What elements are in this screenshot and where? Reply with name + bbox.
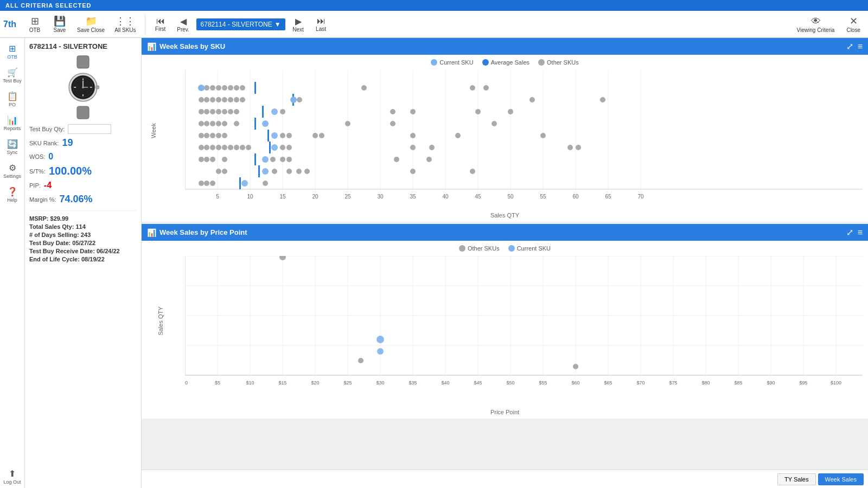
save-close-icon: 📁 xyxy=(85,15,97,27)
svg-rect-77 xyxy=(262,106,264,118)
chart2-icon: 📊 xyxy=(147,228,156,237)
prev-icon: ◀ xyxy=(180,16,187,27)
svg-point-147 xyxy=(199,181,204,186)
svg-point-69 xyxy=(600,97,605,102)
legend2-other-dot xyxy=(459,245,465,252)
ty-sales-tab[interactable]: TY Sales xyxy=(777,473,815,485)
svg-point-123 xyxy=(429,145,435,150)
svg-point-112 xyxy=(216,145,221,150)
svg-point-85 xyxy=(204,121,209,126)
svg-rect-150 xyxy=(239,177,241,189)
wos-row: WOS: 0 xyxy=(29,152,137,162)
all-skus-button[interactable]: ⋮⋮ All SKUs xyxy=(111,14,139,35)
svg-point-152 xyxy=(263,181,268,186)
svg-rect-90 xyxy=(254,118,256,130)
test-buy-qty-input[interactable] xyxy=(68,124,111,134)
sidebar-item-help[interactable]: ❓ Help xyxy=(1,183,24,206)
chart1-expand-button[interactable]: ⤢ xyxy=(846,41,853,52)
svg-point-144 xyxy=(304,169,310,174)
svg-text:$35: $35 xyxy=(409,380,417,386)
svg-text:25: 25 xyxy=(344,194,351,200)
sku-selector[interactable]: 6782114 - SILVERTONE ▼ xyxy=(196,18,285,30)
svg-text:20: 20 xyxy=(312,194,318,200)
chart2-menu-button[interactable]: ≡ xyxy=(858,228,863,237)
svg-point-124 xyxy=(567,145,573,150)
svg-rect-118 xyxy=(269,142,271,153)
viewing-criteria-button[interactable]: 👁 Viewing Criteria xyxy=(793,14,839,35)
sidebar-item-otb[interactable]: ⊞ OTB xyxy=(1,40,24,63)
svg-point-148 xyxy=(204,181,209,186)
chart2-expand-button[interactable]: ⤢ xyxy=(846,227,853,237)
chart-week-sales-price: 📊 Week Sales by Price Point ⤢ ≡ Other SK… xyxy=(142,224,868,419)
next-button[interactable]: ▶ Next xyxy=(289,15,308,34)
svg-point-44 xyxy=(204,85,209,91)
save-close-button[interactable]: 📁 Save Close xyxy=(74,14,108,35)
legend2-current-sku: Current SKU xyxy=(508,245,551,252)
svg-point-142 xyxy=(286,169,292,174)
legend-other-skus: Other SKUs xyxy=(538,59,579,66)
svg-text:$25: $25 xyxy=(343,380,352,386)
svg-point-78 xyxy=(271,108,278,115)
svg-point-101 xyxy=(271,132,278,139)
svg-point-57 xyxy=(204,97,209,102)
sidebar-item-po[interactable]: 📋 PO xyxy=(1,88,24,111)
sidebar-item-logout[interactable]: ⬆ Log Out xyxy=(1,465,24,488)
test-buy-qty-row: Test Buy Qty: xyxy=(29,124,137,134)
svg-point-59 xyxy=(216,97,221,102)
svg-text:10: 10 xyxy=(247,194,253,200)
sidebar-item-reports[interactable]: 📊 Reports xyxy=(1,112,24,134)
svg-point-76 xyxy=(234,109,239,114)
svg-text:50: 50 xyxy=(507,194,514,200)
svg-point-92 xyxy=(345,121,350,126)
otb-button[interactable]: ⊞ OTB xyxy=(24,14,46,35)
svg-rect-0 xyxy=(77,56,89,68)
svg-text:$60: $60 xyxy=(571,380,579,386)
svg-text:$45: $45 xyxy=(474,380,482,386)
sidebar-nav: ⊞ OTB 🛒 Test Buy 📋 PO 📊 Reports 🔄 Sync ⚙… xyxy=(0,38,25,488)
svg-point-119 xyxy=(271,144,278,151)
sku-image xyxy=(29,55,137,120)
svg-text:$90: $90 xyxy=(767,380,775,386)
svg-text:35: 35 xyxy=(410,194,416,200)
svg-point-117 xyxy=(246,145,251,150)
sidebar-item-testbuy[interactable]: 🛒 Test Buy xyxy=(1,64,24,87)
svg-point-136 xyxy=(426,157,432,162)
week-sales-tab[interactable]: Week Sales xyxy=(818,473,864,485)
prev-button[interactable]: ◀ Prev. xyxy=(174,15,193,34)
chart1-menu-button[interactable]: ≡ xyxy=(858,42,863,52)
svg-point-129 xyxy=(222,157,227,162)
sidebar-item-settings[interactable]: ⚙ Settings xyxy=(1,159,24,182)
svg-point-93 xyxy=(390,121,395,126)
svg-rect-12 xyxy=(96,86,99,89)
svg-point-128 xyxy=(210,157,215,162)
svg-point-105 xyxy=(319,133,324,138)
toolbar: 7th ⊞ OTB 💾 Save 📁 Save Close ⋮⋮ All SKU… xyxy=(0,11,868,38)
legend2-current-dot xyxy=(508,245,515,252)
svg-point-107 xyxy=(455,133,461,138)
last-button[interactable]: ⏭ Last xyxy=(311,15,331,34)
close-icon: ✕ xyxy=(850,15,858,27)
close-toolbar-button[interactable]: ✕ Close xyxy=(842,14,865,35)
save-button[interactable]: 💾 Save xyxy=(49,14,71,35)
svg-point-54 xyxy=(470,85,475,91)
svg-point-115 xyxy=(234,145,239,150)
svg-text:5: 5 xyxy=(216,194,219,200)
chart1-x-label: Sales QTY xyxy=(490,212,519,219)
svg-rect-46 xyxy=(254,82,256,94)
svg-point-62 xyxy=(234,97,239,102)
svg-point-110 xyxy=(204,145,209,150)
svg-text:$70: $70 xyxy=(636,380,644,386)
svg-text:$20: $20 xyxy=(311,380,319,386)
svg-point-63 xyxy=(240,97,245,102)
toolbar-separator-1 xyxy=(145,15,145,34)
svg-point-106 xyxy=(410,133,416,138)
main-area: ⊞ OTB 🛒 Test Buy 📋 PO 📊 Reports 🔄 Sync ⚙… xyxy=(0,38,868,488)
legend-avg-sales: Average Sales xyxy=(482,59,529,66)
test-buy-date-row: Test Buy Date: 05/27/22 xyxy=(29,240,137,246)
svg-point-52 xyxy=(240,85,245,91)
sidebar-item-sync[interactable]: 🔄 Sync xyxy=(1,136,24,158)
svg-point-140 xyxy=(262,168,269,175)
svg-point-60 xyxy=(222,97,227,102)
first-button[interactable]: ⏮ First xyxy=(151,15,170,34)
chart1-legend: Current SKU Average Sales Other SKUs xyxy=(142,55,868,70)
